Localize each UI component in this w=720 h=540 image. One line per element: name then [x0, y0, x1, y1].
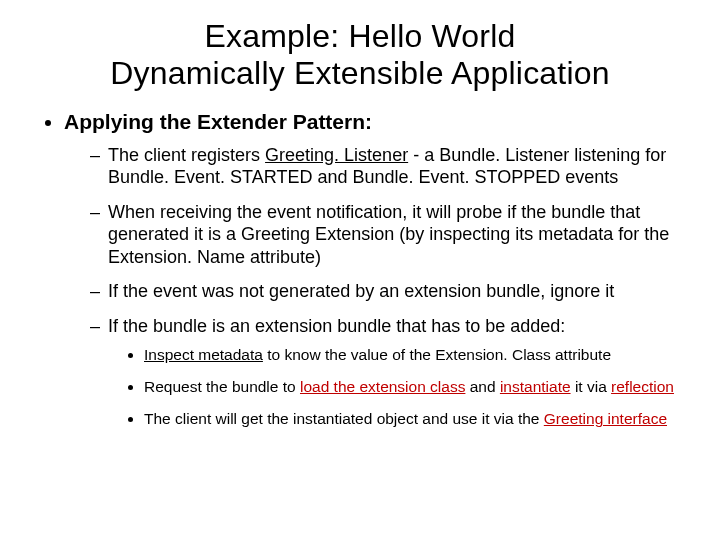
slide-title: Example: Hello World Dynamically Extensi… — [36, 18, 684, 92]
point-ignore: If the event was not generated by an ext… — [90, 280, 684, 303]
sub-load-instantiate: Request the bundle to load the extension… — [144, 377, 684, 397]
bullet-list-level3: Inspect metadata to know the value of th… — [108, 345, 684, 429]
sub-inspect-metadata: Inspect metadata to know the value of th… — [144, 345, 684, 365]
title-line-1: Example: Hello World — [204, 18, 515, 54]
title-line-2: Dynamically Extensible Application — [110, 55, 610, 91]
text: it via — [571, 378, 611, 395]
text: If the bundle is an extension bundle tha… — [108, 316, 565, 336]
text: to know the value of the Extension. Clas… — [263, 346, 611, 363]
bullet-list-level1: Applying the Extender Pattern: The clien… — [36, 110, 684, 430]
point-add-bundle: If the bundle is an extension bundle tha… — [90, 315, 684, 430]
sub-greeting-interface: The client will get the instantiated obj… — [144, 409, 684, 429]
underline-load-extension-class: load the extension class — [300, 378, 465, 395]
text: If the event was not generated by an ext… — [108, 281, 614, 301]
text: When receiving the event notification, i… — [108, 202, 669, 267]
point-register-listener: The client registers Greeting. Listener … — [90, 144, 684, 189]
underline-greeting-interface: Greeting interface — [544, 410, 667, 427]
bullet-list-level2: The client registers Greeting. Listener … — [64, 144, 684, 430]
underline-greeting-listener: Greeting. Listener — [265, 145, 408, 165]
point-probe-extension: When receiving the event notification, i… — [90, 201, 684, 269]
text: Request the bundle to — [144, 378, 300, 395]
underline-instantiate: instantiate — [500, 378, 571, 395]
heading-item: Applying the Extender Pattern: The clien… — [64, 110, 684, 430]
text: and — [465, 378, 499, 395]
text: The client will get the instantiated obj… — [144, 410, 544, 427]
text: The client registers — [108, 145, 265, 165]
underline-reflection: reflection — [611, 378, 674, 395]
slide: Example: Hello World Dynamically Extensi… — [0, 0, 720, 540]
heading-text: Applying the Extender Pattern: — [64, 110, 372, 133]
underline-inspect-metadata: Inspect metadata — [144, 346, 263, 363]
